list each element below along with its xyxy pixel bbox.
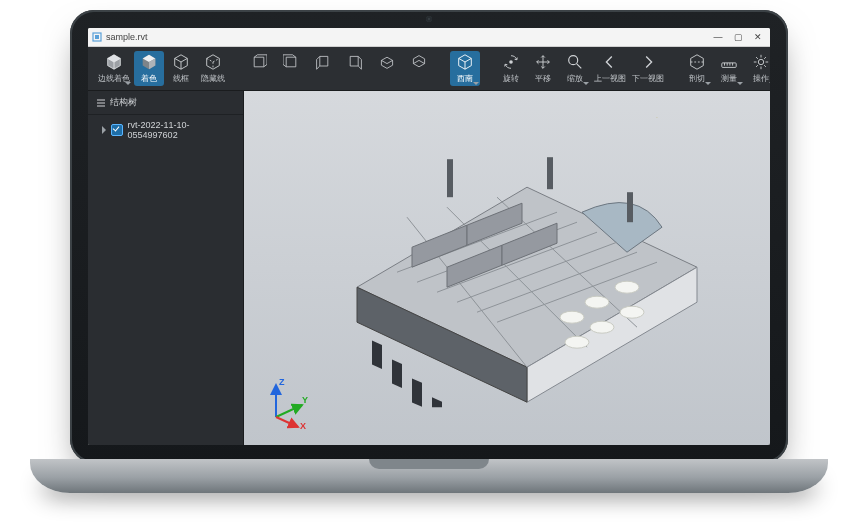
svg-point-12 bbox=[590, 321, 614, 333]
laptop-base bbox=[30, 459, 828, 493]
svg-line-27 bbox=[276, 405, 302, 417]
zoom-button[interactable]: 缩放 bbox=[560, 51, 590, 86]
dropdown-caret-icon bbox=[125, 82, 131, 85]
structure-tree-title: 结构树 bbox=[110, 96, 137, 109]
close-button[interactable]: ✕ bbox=[750, 32, 766, 42]
section-button[interactable]: 剖切 bbox=[682, 51, 712, 86]
next-view-label: 下一视图 bbox=[632, 73, 664, 84]
cube-front-icon bbox=[250, 53, 268, 71]
checkbox-checked-icon[interactable] bbox=[111, 124, 123, 136]
section-icon bbox=[688, 53, 706, 71]
rotate-label: 旋转 bbox=[503, 73, 519, 84]
caret-right-icon bbox=[102, 126, 106, 134]
svg-line-28 bbox=[276, 417, 298, 427]
zoom-icon bbox=[566, 53, 584, 71]
measure-label: 测量 bbox=[721, 73, 737, 84]
pan-icon bbox=[534, 53, 552, 71]
svg-rect-16 bbox=[547, 157, 553, 189]
model-placeholder bbox=[297, 117, 717, 407]
dropdown-caret-icon bbox=[769, 82, 770, 85]
viewpoint-sw-button[interactable]: 西南 bbox=[450, 51, 480, 86]
webcam-dot bbox=[426, 16, 432, 22]
main-toolbar: 边线着色 着色 线框 bbox=[88, 47, 770, 91]
section-label: 剖切 bbox=[689, 73, 705, 84]
cube-top-icon bbox=[378, 53, 396, 71]
cube-shaded-edges-icon bbox=[105, 53, 123, 71]
svg-point-11 bbox=[560, 311, 584, 323]
app-icon bbox=[92, 32, 102, 42]
cube-iso-icon bbox=[456, 53, 474, 71]
viewcube-5[interactable] bbox=[372, 51, 402, 73]
structure-tree-header[interactable]: 结构树 bbox=[88, 91, 243, 115]
window-titlebar: sample.rvt — ▢ ✕ bbox=[88, 28, 770, 47]
svg-point-13 bbox=[620, 306, 644, 318]
axis-y-label: Y bbox=[302, 395, 308, 405]
axis-x-label: X bbox=[300, 421, 306, 429]
viewcube-4[interactable] bbox=[340, 51, 370, 73]
navigate-group: 旋转 平移 缩放 上一视图 bbox=[492, 51, 670, 86]
viewcube-3[interactable] bbox=[308, 51, 338, 73]
svg-point-9 bbox=[585, 296, 609, 308]
viewcube-2[interactable] bbox=[276, 51, 306, 73]
svg-point-5 bbox=[758, 59, 763, 64]
shade-edges-button[interactable]: 边线着色 bbox=[96, 51, 132, 86]
svg-rect-23 bbox=[432, 397, 442, 407]
viewcube-6[interactable] bbox=[404, 51, 434, 73]
pan-button[interactable]: 平移 bbox=[528, 51, 558, 86]
maximize-button[interactable]: ▢ bbox=[730, 32, 746, 42]
cube-wire-icon bbox=[172, 53, 190, 71]
rotate-button[interactable]: 旋转 bbox=[496, 51, 526, 86]
svg-point-14 bbox=[565, 336, 589, 348]
window-title: sample.rvt bbox=[106, 32, 706, 42]
measure-button[interactable]: 测量 bbox=[714, 51, 744, 86]
minimize-button[interactable]: — bbox=[710, 32, 726, 42]
zoom-label: 缩放 bbox=[567, 73, 583, 84]
cube-back-icon bbox=[282, 53, 300, 71]
cube-hidden-icon bbox=[204, 53, 222, 71]
dropdown-caret-icon bbox=[737, 82, 743, 85]
tree-root-label: rvt-2022-11-10-0554997602 bbox=[128, 120, 235, 140]
viewpoint-group: 西南 bbox=[446, 51, 484, 86]
action-label: 操作 bbox=[753, 73, 769, 84]
action-button[interactable]: 操作 bbox=[746, 51, 770, 86]
svg-point-10 bbox=[615, 281, 639, 293]
prev-view-label: 上一视图 bbox=[594, 73, 626, 84]
svg-rect-17 bbox=[627, 192, 633, 222]
cube-shaded-icon bbox=[140, 53, 158, 71]
pan-label: 平移 bbox=[535, 73, 551, 84]
svg-point-2 bbox=[509, 60, 513, 64]
arrow-left-icon bbox=[601, 53, 619, 71]
svg-point-3 bbox=[569, 56, 578, 65]
shade-button[interactable]: 着色 bbox=[134, 51, 164, 86]
svg-rect-4 bbox=[722, 63, 736, 68]
viewpoint-sw-label: 西南 bbox=[457, 73, 473, 84]
arrow-right-icon bbox=[639, 53, 657, 71]
prev-view-button[interactable]: 上一视图 bbox=[592, 51, 628, 86]
axis-z-label: Z bbox=[279, 377, 285, 387]
structure-tree-panel: 结构树 rvt-2022-11-10-0554997602 bbox=[88, 91, 244, 445]
hiddenline-button[interactable]: 隐藏线 bbox=[198, 51, 228, 86]
svg-rect-20 bbox=[372, 341, 382, 369]
cube-left-icon bbox=[314, 53, 332, 71]
rotate-icon bbox=[502, 53, 520, 71]
svg-rect-22 bbox=[412, 378, 422, 406]
svg-rect-21 bbox=[392, 359, 402, 387]
dropdown-caret-icon bbox=[705, 82, 711, 85]
dropdown-caret-icon bbox=[473, 82, 479, 85]
cube-right-icon bbox=[346, 53, 364, 71]
visual-style-group: 边线着色 着色 线框 bbox=[92, 51, 232, 86]
axes-gizmo[interactable]: Z Y X bbox=[262, 377, 310, 429]
next-view-button[interactable]: 下一视图 bbox=[630, 51, 666, 86]
gear-icon bbox=[752, 53, 770, 71]
laptop-body: sample.rvt — ▢ ✕ 边线着色 bbox=[70, 10, 788, 463]
wireframe-button[interactable]: 线框 bbox=[166, 51, 196, 86]
3d-viewport[interactable]: Z Y X bbox=[244, 91, 770, 445]
hiddenline-label: 隐藏线 bbox=[201, 73, 225, 84]
viewcube-1[interactable] bbox=[244, 51, 274, 73]
laptop-mockup: sample.rvt — ▢ ✕ 边线着色 bbox=[0, 0, 858, 523]
laptop-hinge-notch bbox=[369, 459, 489, 469]
svg-rect-15 bbox=[447, 159, 453, 197]
app-window: sample.rvt — ▢ ✕ 边线着色 bbox=[88, 28, 770, 445]
cube-bottom-icon bbox=[410, 53, 428, 71]
tree-root-item[interactable]: rvt-2022-11-10-0554997602 bbox=[88, 115, 243, 145]
